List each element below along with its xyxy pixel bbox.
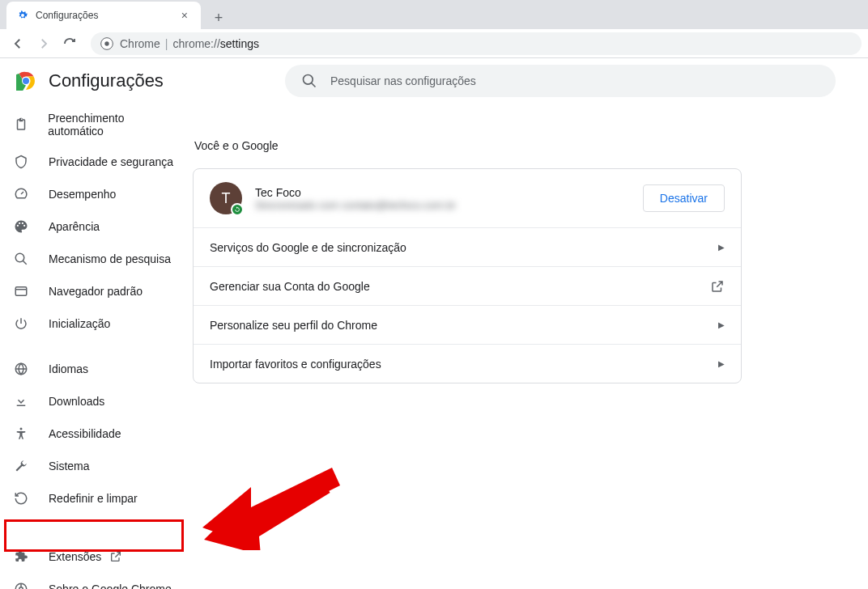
sidebar-item-languages[interactable]: Idiomas: [0, 353, 191, 385]
browser-tab-strip: Configurações × +: [0, 0, 868, 29]
accessibility-icon: [13, 426, 29, 442]
svg-point-9: [20, 428, 23, 430]
sidebar-label: Acessibilidade: [49, 427, 121, 440]
row-sync-services[interactable]: Serviços do Google e de sincronização ▶: [194, 227, 741, 266]
svg-point-5: [304, 75, 313, 85]
wrench-icon: [13, 458, 29, 474]
sidebar-label: Desempenho: [49, 188, 116, 201]
sidebar-item-system[interactable]: Sistema: [0, 450, 191, 482]
chrome-logo-icon: [16, 71, 36, 91]
sidebar-label: Mecanismo de pesquisa: [49, 252, 171, 265]
row-import[interactable]: Importar favoritos e configurações ▶: [194, 344, 741, 383]
search-input[interactable]: Pesquisar nas configurações: [285, 65, 836, 97]
browser-tab[interactable]: Configurações ×: [6, 2, 201, 29]
content-area: Você e o Google T Tec Foco Sincronizado …: [191, 104, 868, 589]
sidebar-item-appearance[interactable]: Aparência: [0, 210, 191, 243]
row-label: Gerenciar sua Conta do Google: [210, 280, 710, 293]
shield-icon: [13, 154, 29, 170]
sidebar-label: Aparência: [49, 220, 100, 233]
section-title: Você e o Google: [193, 139, 742, 152]
gear-icon: [16, 9, 29, 22]
row-label: Serviços do Google e de sincronização: [210, 241, 718, 254]
row-manage-account[interactable]: Gerenciar sua Conta do Google: [194, 266, 741, 305]
palette-icon: [13, 218, 29, 235]
reload-button[interactable]: [58, 32, 81, 55]
extension-icon: [13, 549, 29, 565]
browser-toolbar: Chrome|chrome://settings: [0, 29, 868, 58]
sidebar-label: Idiomas: [49, 362, 88, 375]
sidebar-label: Privacidade e segurança: [49, 155, 173, 168]
chevron-right-icon: ▶: [718, 359, 725, 368]
back-button[interactable]: [6, 32, 29, 55]
avatar: T: [210, 182, 242, 214]
sidebar-item-reset[interactable]: Redefinir e limpar: [0, 482, 191, 515]
sidebar-label: Downloads: [49, 395, 104, 408]
svg-point-6: [15, 253, 24, 262]
search-placeholder: Pesquisar nas configurações: [330, 74, 476, 87]
page-title: Configurações: [49, 70, 164, 91]
sidebar-item-privacy[interactable]: Privacidade e segurança: [0, 146, 191, 178]
sidebar-item-default-browser[interactable]: Navegador padrão: [0, 275, 191, 307]
search-icon: [301, 73, 317, 89]
sidebar-label: Inicialização: [49, 317, 110, 330]
sidebar-item-extensions[interactable]: Extensões: [0, 540, 191, 573]
external-link-icon: [109, 550, 122, 563]
forward-button[interactable]: [32, 32, 55, 55]
profile-card: T Tec Foco Sincronizado com contato@tecf…: [193, 168, 742, 383]
profile-row: T Tec Foco Sincronizado com contato@tecf…: [194, 169, 741, 227]
search-icon: [13, 251, 29, 267]
omnibox-text: Chrome|chrome://settings: [120, 37, 259, 50]
chevron-right-icon: ▶: [718, 320, 725, 329]
chrome-icon: [13, 581, 29, 589]
svg-point-4: [23, 78, 29, 84]
new-tab-button[interactable]: +: [207, 6, 230, 29]
restore-icon: [13, 490, 29, 506]
clipboard-icon: [13, 117, 28, 133]
sidebar-item-startup[interactable]: Inicialização: [0, 307, 191, 340]
sidebar-item-search-engine[interactable]: Mecanismo de pesquisa: [0, 243, 191, 275]
row-label: Importar favoritos e configurações: [210, 358, 718, 371]
sidebar-label: Preenchimento automático: [48, 112, 178, 138]
speedometer-icon: [13, 186, 29, 202]
sync-badge-icon: [231, 203, 244, 216]
profile-email: Sincronizado com contato@tecfoco.com.br: [255, 199, 643, 211]
tab-title: Configurações: [36, 10, 178, 21]
row-customize-profile[interactable]: Personalize seu perfil do Chrome ▶: [194, 305, 741, 344]
tab-close-button[interactable]: ×: [178, 7, 191, 23]
sidebar: Preenchimento automático Privacidade e s…: [0, 104, 191, 589]
row-label: Personalize seu perfil do Chrome: [210, 319, 718, 332]
sidebar-item-downloads[interactable]: Downloads: [0, 385, 191, 417]
globe-icon: [13, 361, 29, 377]
svg-point-1: [104, 41, 108, 45]
sidebar-item-about[interactable]: Sobre o Google Chrome: [0, 573, 191, 589]
sidebar-label: Sobre o Google Chrome: [49, 583, 172, 589]
download-icon: [13, 393, 29, 409]
sidebar-item-autofill[interactable]: Preenchimento automático: [0, 104, 191, 146]
sidebar-label: Extensões: [49, 550, 101, 563]
chevron-right-icon: ▶: [718, 243, 725, 252]
profile-name: Tec Foco: [255, 186, 643, 199]
sidebar-item-performance[interactable]: Desempenho: [0, 178, 191, 210]
deactivate-button[interactable]: Desativar: [643, 184, 725, 212]
svg-rect-7: [15, 287, 27, 296]
external-link-icon: [710, 279, 725, 294]
sidebar-label: Navegador padrão: [49, 285, 143, 298]
browser-icon: [13, 283, 29, 299]
sidebar-label: Sistema: [49, 460, 90, 472]
sidebar-label: Redefinir e limpar: [49, 492, 138, 505]
power-icon: [13, 316, 29, 332]
chrome-icon: [100, 37, 113, 50]
sidebar-item-accessibility[interactable]: Acessibilidade: [0, 417, 191, 450]
address-bar[interactable]: Chrome|chrome://settings: [91, 32, 862, 55]
settings-header: Configurações Pesquisar nas configuraçõe…: [0, 58, 868, 104]
